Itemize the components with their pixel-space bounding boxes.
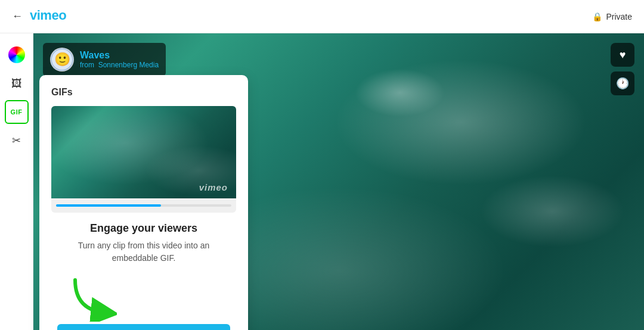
sidebar-item-color[interactable] [5, 43, 29, 67]
color-wheel-icon [8, 46, 25, 63]
watch-later-button[interactable]: 🕐 [611, 71, 634, 95]
sidebar: 🖼 GIF ✂ [0, 33, 33, 330]
video-title-group: Waves from Sonnenberg Media [80, 50, 159, 69]
gif-preview: vimeo [51, 106, 236, 198]
header-left: ← vimeo [12, 8, 78, 25]
gif-panel: GIFs vimeo Engage your viewers Turn any … [39, 75, 248, 330]
scissors-icon: ✂ [12, 134, 21, 147]
cta-title: Engage your viewers [57, 222, 230, 235]
cta-description: Turn any clip from this video into an em… [57, 239, 230, 264]
gif-preview-logo: vimeo [199, 182, 228, 192]
avatar-face [51, 48, 73, 71]
sidebar-item-gif[interactable]: GIF [5, 100, 29, 124]
create-gif-button[interactable]: Create a GIF [57, 324, 230, 330]
sidebar-item-image[interactable]: 🖼 [5, 71, 29, 95]
gif-preview-container: vimeo [51, 106, 236, 213]
right-actions: ♥ 🕐 [611, 43, 634, 95]
avatar [50, 48, 74, 71]
cta-section: Engage your viewers Turn any clip from t… [51, 222, 236, 330]
gif-timeline [51, 198, 236, 213]
heart-icon: ♥ [620, 49, 626, 61]
content-area: Waves from Sonnenberg Media ♥ 🕐 GIFs [33, 33, 644, 330]
vimeo-logo: vimeo [30, 8, 78, 25]
main: 🖼 GIF ✂ Waves from Sonnenberg Media [0, 33, 644, 330]
back-button[interactable]: ← [12, 10, 23, 23]
header-right: 🔒 Private [592, 12, 632, 21]
gif-icon-label: GIF [11, 108, 23, 116]
video-info-overlay: Waves from Sonnenberg Media [43, 43, 166, 76]
privacy-label: Private [606, 12, 632, 21]
gif-panel-title: GIFs [51, 87, 236, 98]
image-icon: 🖼 [11, 77, 22, 90]
lock-icon: 🔒 [592, 12, 602, 21]
video-channel: from Sonnenberg Media [80, 61, 159, 69]
clock-icon: 🕐 [616, 77, 629, 90]
arrow-container [57, 274, 230, 322]
green-arrow-icon [69, 274, 117, 322]
timeline-bar [56, 204, 231, 207]
channel-name: Sonnenberg Media [98, 61, 159, 69]
header: ← vimeo 🔒 Private [0, 0, 644, 33]
timeline-fill [56, 204, 161, 207]
sidebar-item-cut[interactable]: ✂ [5, 129, 29, 152]
like-button[interactable]: ♥ [611, 43, 634, 67]
channel-prefix: from [80, 61, 94, 69]
svg-text:vimeo: vimeo [30, 8, 66, 22]
video-title: Waves [80, 50, 159, 61]
